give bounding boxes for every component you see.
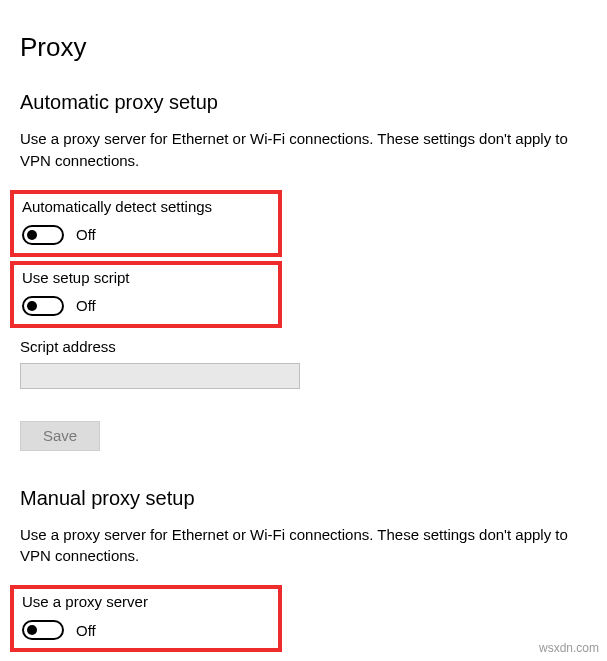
setup-script-state: Off: [76, 297, 96, 314]
use-proxy-toggle[interactable]: [22, 620, 64, 640]
setup-script-label: Use setup script: [22, 269, 272, 286]
auto-detect-toggle[interactable]: [22, 225, 64, 245]
toggle-knob-icon: [27, 230, 37, 240]
script-address-input[interactable]: [20, 363, 300, 389]
highlight-auto-detect: Automatically detect settings Off: [10, 190, 282, 257]
highlight-setup-script: Use setup script Off: [10, 261, 282, 328]
toggle-knob-icon: [27, 301, 37, 311]
toggle-knob-icon: [27, 625, 37, 635]
automatic-proxy-heading: Automatic proxy setup: [20, 91, 587, 114]
auto-detect-label: Automatically detect settings: [22, 198, 272, 215]
use-proxy-state: Off: [76, 622, 96, 639]
script-address-label: Script address: [20, 338, 587, 355]
manual-proxy-heading: Manual proxy setup: [20, 487, 587, 510]
automatic-proxy-description: Use a proxy server for Ethernet or Wi-Fi…: [20, 128, 570, 172]
auto-detect-state: Off: [76, 226, 96, 243]
watermark-text: wsxdn.com: [539, 641, 599, 655]
manual-proxy-description: Use a proxy server for Ethernet or Wi-Fi…: [20, 524, 570, 568]
save-button[interactable]: Save: [20, 421, 100, 451]
highlight-use-proxy: Use a proxy server Off: [10, 585, 282, 652]
use-proxy-label: Use a proxy server: [22, 593, 272, 610]
page-title: Proxy: [20, 32, 587, 63]
setup-script-toggle[interactable]: [22, 296, 64, 316]
